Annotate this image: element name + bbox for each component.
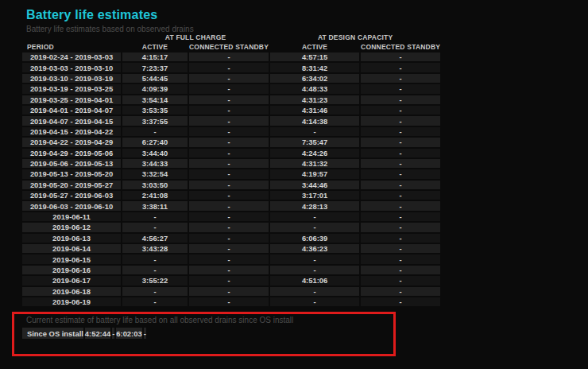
cell-fc-standby: - <box>189 169 269 178</box>
cell-period: 2019-04-15 - 2019-04-22 <box>22 127 121 136</box>
cell-period: 2019-05-06 - 2019-05-13 <box>22 159 121 168</box>
cell-fc-active: - <box>122 266 188 274</box>
cell-dc-active: 7:35:47 <box>270 138 359 146</box>
cell-period: 2019-06-17 <box>22 276 121 285</box>
cell-period: 2019-06-03 - 2019-06-10 <box>22 201 121 210</box>
cell-dc-active: 4:31:32 <box>270 159 359 168</box>
cell-dc-standby: - <box>361 63 440 72</box>
footer-note: Current estimate of battery life based o… <box>26 316 293 324</box>
cell-dc-standby: - <box>361 84 440 93</box>
group-header-spacer <box>22 33 121 41</box>
cell-fc-standby: - <box>189 95 269 104</box>
cell-dc-active: - <box>270 127 359 136</box>
cell-period: 2019-03-19 - 2019-03-25 <box>22 84 121 93</box>
cell-fc-active: 3:55:22 <box>122 276 188 285</box>
cell-fc-standby: - <box>189 116 269 125</box>
cell-fc-standby: - <box>189 223 269 231</box>
cell-fc-active: 4:56:27 <box>122 234 188 243</box>
cell-dc-active: 4:48:33 <box>270 84 359 93</box>
cell-dc-standby: - <box>361 149 440 157</box>
table-row: 2019-06-134:56:27-6:06:39- <box>22 234 440 243</box>
cell-fc-standby: - <box>189 74 269 83</box>
cell-dc-active: 6:34:02 <box>270 74 359 83</box>
cell-period: 2019-05-20 - 2019-05-27 <box>22 181 121 189</box>
cell-dc-standby: - <box>361 201 440 210</box>
cell-fc-standby: - <box>189 201 269 210</box>
group-header-full-charge: AT FULL CHARGE <box>122 33 269 41</box>
table-row: 2019-05-06 - 2019-05-133:44:33-4:31:32- <box>22 159 440 168</box>
cell-dc-active: 4:24:26 <box>270 149 359 157</box>
cell-period: 2019-04-29 - 2019-05-06 <box>22 149 121 157</box>
cell-dc-standby: - <box>361 181 440 189</box>
cell-dc-standby: - <box>361 127 440 136</box>
cell-fc-standby: - <box>189 52 269 61</box>
cell-dc-active: - <box>270 287 359 296</box>
cell-fc-standby: - <box>189 181 269 189</box>
cell-fc-active: 3:43:28 <box>122 244 188 253</box>
cell-dc-standby: - <box>361 106 440 115</box>
cell-dc-standby: - <box>144 328 146 339</box>
cell-fc-standby: - <box>189 159 269 168</box>
cell-fc-standby: - <box>189 266 269 274</box>
since-os-install-table: Since OS install 4:52:44 - 6:02:03 - <box>21 326 148 340</box>
column-header-fc-active: ACTIVE <box>122 43 188 51</box>
cell-fc-active: - <box>122 254 188 263</box>
cell-fc-standby: - <box>189 234 269 243</box>
cell-dc-active: 6:02:03 <box>116 328 141 339</box>
cell-period: 2019-06-19 <box>22 297 121 306</box>
table-row: 2019-06-11---- <box>22 212 440 221</box>
cell-fc-active: 6:27:40 <box>122 138 188 146</box>
table-row: 2019-06-18---- <box>22 287 440 296</box>
column-header-dc-standby: CONNECTED STANDBY <box>361 43 440 51</box>
cell-dc-active: - <box>270 212 359 221</box>
cell-fc-standby: - <box>189 84 269 93</box>
cell-dc-active: - <box>270 266 359 274</box>
cell-fc-active: 3:44:40 <box>122 149 188 157</box>
cell-dc-standby: - <box>361 52 440 61</box>
table-row: 2019-03-10 - 2019-03-195:44:45-6:34:02- <box>22 74 440 83</box>
table-row: 2019-05-20 - 2019-05-273:03:50-3:44:46- <box>22 181 440 189</box>
cell-period: 2019-04-22 - 2019-04-29 <box>22 138 121 146</box>
cell-dc-active: 4:28:13 <box>270 201 359 210</box>
table-row: 2019-04-15 - 2019-04-22---- <box>22 127 440 136</box>
cell-dc-standby: - <box>361 95 440 104</box>
table-row: 2019-06-15---- <box>22 254 440 263</box>
page-title: Battery life estimates <box>26 8 157 22</box>
cell-period: 2019-06-18 <box>22 287 121 296</box>
table-row: 2019-06-16---- <box>22 266 440 274</box>
cell-fc-active: 3:44:33 <box>122 159 188 168</box>
group-header-row: AT FULL CHARGE AT DESIGN CAPACITY <box>22 33 440 41</box>
cell-dc-active: - <box>270 297 359 306</box>
cell-dc-standby: - <box>361 138 440 146</box>
cell-fc-active: 5:44:45 <box>122 74 188 83</box>
cell-dc-standby: - <box>361 212 440 221</box>
battery-estimates-table: AT FULL CHARGE AT DESIGN CAPACITY PERIOD… <box>21 32 442 308</box>
cell-period: 2019-06-13 <box>22 234 121 243</box>
table-row: 2019-04-07 - 2019-04-153:37:55-4:14:38- <box>22 116 440 125</box>
cell-fc-active: 3:53:35 <box>122 106 188 115</box>
cell-period: 2019-05-27 - 2019-06-03 <box>22 191 121 200</box>
cell-dc-active: 8:31:42 <box>270 63 359 72</box>
cell-dc-standby: - <box>361 276 440 285</box>
cell-period: 2019-02-24 - 2019-03-03 <box>22 52 121 61</box>
cell-period: 2019-06-12 <box>22 223 121 231</box>
table-header: AT FULL CHARGE AT DESIGN CAPACITY PERIOD… <box>22 33 440 51</box>
cell-dc-standby: - <box>361 244 440 253</box>
cell-dc-active: 4:36:23 <box>270 244 359 253</box>
cell-period: 2019-04-07 - 2019-04-15 <box>22 116 121 125</box>
cell-period: 2019-04-01 - 2019-04-07 <box>22 106 121 115</box>
cell-fc-standby: - <box>189 287 269 296</box>
cell-dc-standby: - <box>361 191 440 200</box>
table-row: 2019-04-01 - 2019-04-073:53:35-4:31:46- <box>22 106 440 115</box>
cell-period: 2019-05-13 - 2019-05-20 <box>22 169 121 178</box>
cell-fc-standby: - <box>189 191 269 200</box>
cell-fc-standby: - <box>189 244 269 253</box>
cell-fc-standby: - <box>189 127 269 136</box>
cell-dc-active: 6:06:39 <box>270 234 359 243</box>
cell-dc-active: 3:44:46 <box>270 181 359 189</box>
cell-dc-active: 4:14:38 <box>270 116 359 125</box>
cell-fc-active: - <box>122 212 188 221</box>
cell-fc-standby: - <box>189 254 269 263</box>
cell-fc-standby: - <box>189 149 269 157</box>
column-header-fc-standby: CONNECTED STANDBY <box>189 43 269 51</box>
